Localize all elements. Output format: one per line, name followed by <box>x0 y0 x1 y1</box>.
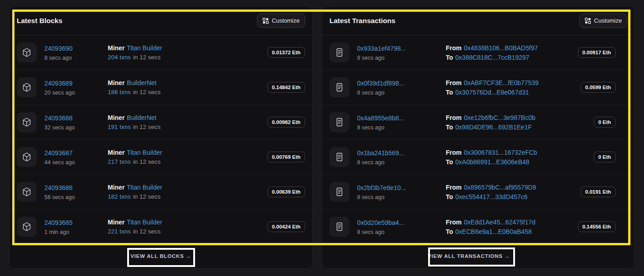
miner-link[interactable]: Titan Builder <box>127 44 162 52</box>
block-cube-icon <box>17 147 37 167</box>
transaction-row: 0x0d20e59ba4... 8 secs ago From0xEdd1Ae4… <box>322 209 634 244</box>
miner-link[interactable]: Titan Builder <box>127 219 162 226</box>
to-address-link[interactable]: 0xA0b86991...E3606eB48 <box>455 158 529 166</box>
to-label: To <box>446 193 453 200</box>
block-cube-icon <box>17 77 37 97</box>
tx-age: 8 secs ago <box>357 55 446 61</box>
miner-label: Miner <box>108 219 124 226</box>
block-number-link[interactable]: 24093689 <box>44 80 72 87</box>
block-number-link[interactable]: 24093688 <box>44 114 72 122</box>
txns-link[interactable]: 204 txns <box>108 54 131 61</box>
block-cube-icon <box>17 43 37 62</box>
txns-link[interactable]: 182 txns <box>108 193 131 200</box>
blocks-panel-footer: VIEW ALL BLOCKS → <box>10 243 312 268</box>
block-reward-badge: 0.00424 Eth <box>267 221 305 232</box>
to-address-link[interactable]: 0x388C818C...7ccB19297 <box>455 54 529 61</box>
tx-age: 8 secs ago <box>357 90 446 96</box>
to-label: To <box>446 158 453 166</box>
txns-link[interactable]: 217 txns <box>108 158 131 165</box>
block-reward-badge: 0.01372 Eth <box>267 47 305 58</box>
tx-value-badge: 0.00917 Eth <box>578 47 615 58</box>
miner-label: Miner <box>108 149 124 156</box>
transaction-doc-icon <box>329 112 349 132</box>
from-address-link[interactable]: 0xABF7CF3E...fE0b77539 <box>464 79 539 86</box>
tx-hash-link[interactable]: 0x2bf3b7e8e10... <box>357 184 406 191</box>
block-number-link[interactable]: 24093685 <box>44 219 72 226</box>
transaction-row: 0x0f39d1df898... 8 secs ago From0xABF7CF… <box>322 70 634 105</box>
txns-link[interactable]: 191 txns <box>108 124 131 130</box>
block-age: 32 secs ago <box>44 124 108 131</box>
block-number-link[interactable]: 24093690 <box>44 45 72 52</box>
to-address-link[interactable]: 0x98D4DE96...692B1Ee1F <box>455 124 532 131</box>
block-duration: in 12 secs <box>133 89 161 95</box>
tx-value-badge: 0.0599 Eth <box>581 82 615 93</box>
tx-age: 8 secs ago <box>357 159 446 166</box>
block-row: 24093688 32 secs ago MinerBuilderNet 191… <box>10 105 312 140</box>
transaction-doc-icon <box>329 147 349 167</box>
block-age: 20 secs ago <box>44 90 108 96</box>
transaction-row: 0x1ba241b569... 8 secs ago From0x3006783… <box>322 140 634 175</box>
tx-age: 8 secs ago <box>357 229 446 235</box>
customize-grid-icon <box>262 18 269 24</box>
blocks-panel-title: Latest Blocks <box>17 17 62 25</box>
tx-hash-link[interactable]: 0x0d20e59ba4... <box>357 219 404 226</box>
latest-blocks-panel: Latest Blocks Customize 24093690 8 secs … <box>9 6 313 269</box>
to-address-link[interactable]: 0x307576Dd...E8e067d31 <box>455 89 529 96</box>
transaction-doc-icon <box>329 182 349 202</box>
from-address-link[interactable]: 0x896579bC...af95579D9 <box>464 184 536 191</box>
block-reward-badge: 0.00639 Eth <box>267 186 305 197</box>
transactions-panel-header: Latest Transactions Customize <box>322 6 634 35</box>
customize-label: Customize <box>594 17 622 24</box>
miner-label: Miner <box>108 79 124 86</box>
block-row: 24093687 44 secs ago MinerTitan Builder … <box>10 140 312 175</box>
to-address-link[interactable]: 0xECB6e9a1...E0B0aB458 <box>455 228 532 235</box>
view-all-blocks-button[interactable]: VIEW ALL BLOCKS → <box>128 253 194 259</box>
blocks-panel-header: Latest Blocks Customize <box>10 6 312 35</box>
blocks-customize-button[interactable]: Customize <box>257 14 305 28</box>
from-address-link[interactable]: 0x30067831...16732eFCb <box>464 149 537 156</box>
from-label: From <box>446 114 462 121</box>
tx-age: 8 secs ago <box>357 194 446 200</box>
block-cube-icon <box>17 217 37 237</box>
miner-label: Miner <box>108 114 124 121</box>
block-duration: in 12 secs <box>133 193 161 200</box>
from-label: From <box>446 149 462 156</box>
block-reward-badge: 0.14842 Eth <box>267 82 305 93</box>
from-label: From <box>446 44 462 52</box>
miner-link[interactable]: Titan Builder <box>127 149 162 156</box>
block-cube-icon <box>17 112 37 132</box>
tx-value-badge: 0.14556 Eth <box>578 221 615 232</box>
miner-link[interactable]: BuilderNet <box>127 79 156 86</box>
block-duration: in 12 secs <box>133 228 161 235</box>
miner-label: Miner <box>108 184 124 191</box>
to-address-link[interactable]: 0xec554417...33dD457c6 <box>455 193 528 200</box>
tx-hash-link[interactable]: 0x0f39d1df898... <box>357 80 404 87</box>
miner-link[interactable]: BuilderNet <box>127 114 156 121</box>
txns-link[interactable]: 186 txns <box>108 89 131 95</box>
block-duration: in 12 secs <box>133 54 161 61</box>
tx-age: 8 secs ago <box>357 124 446 131</box>
transactions-customize-button[interactable]: Customize <box>579 14 627 28</box>
block-row: 24093685 1 min ago MinerTitan Builder 22… <box>10 209 312 244</box>
txns-link[interactable]: 221 txns <box>108 228 131 235</box>
to-label: To <box>446 54 453 61</box>
tx-value-badge: 0 Eth <box>594 152 615 162</box>
block-age: 44 secs ago <box>44 159 108 166</box>
from-address-link[interactable]: 0xe12b6fbC...3e987Bc0b <box>464 114 535 121</box>
tx-hash-link[interactable]: 0x933a1ef4798... <box>357 45 406 52</box>
transaction-doc-icon <box>329 43 349 62</box>
tx-hash-link[interactable]: 0x1ba241b569... <box>357 149 404 157</box>
view-all-transactions-button[interactable]: VIEW ALL TRANSACTIONS → <box>425 253 513 259</box>
transactions-panel-footer: VIEW ALL TRANSACTIONS → <box>322 243 634 268</box>
from-address-link[interactable]: 0x4838B106...B0BAD5f97 <box>464 44 538 52</box>
from-address-link[interactable]: 0xEdd1Ae45...62475f17d <box>464 219 535 226</box>
tx-hash-link[interactable]: 0x4a8955e8b8... <box>357 114 404 122</box>
block-number-link[interactable]: 24093686 <box>44 184 72 191</box>
block-duration: in 12 secs <box>133 158 161 165</box>
block-reward-badge: 0.00769 Eth <box>267 152 305 162</box>
miner-label: Miner <box>108 44 124 52</box>
miner-link[interactable]: Titan Builder <box>127 184 162 191</box>
block-reward-badge: 0.00982 Eth <box>267 117 305 128</box>
block-number-link[interactable]: 24093687 <box>44 149 72 157</box>
from-label: From <box>446 79 462 86</box>
